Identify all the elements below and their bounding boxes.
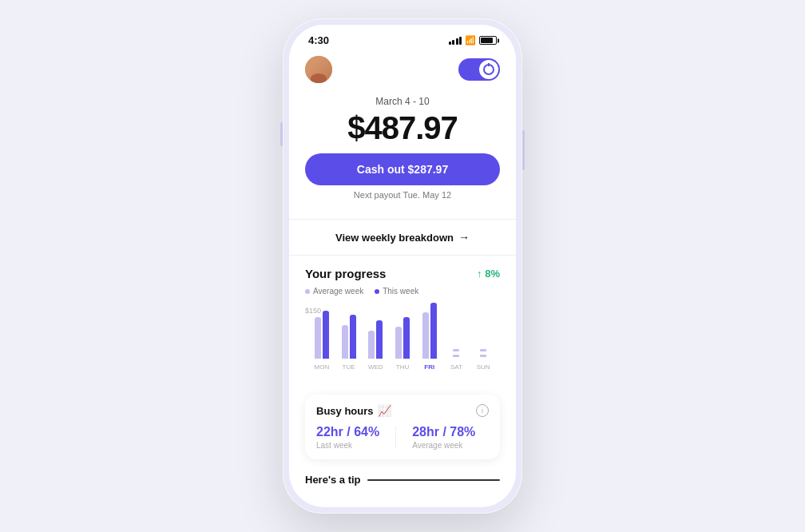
app-content: March 4 - 10 $487.97 Cash out $287.97 Ne… bbox=[289, 50, 516, 503]
date-range: March 4 - 10 bbox=[305, 96, 500, 107]
avg-week-stat: 28hr / 78% Average week bbox=[412, 425, 475, 450]
tip-section: Here's a tip bbox=[305, 467, 500, 492]
bar-group-mon: MON bbox=[308, 311, 335, 371]
earnings-amount: $487.97 bbox=[305, 110, 500, 145]
tip-title: Here's a tip bbox=[305, 474, 361, 486]
power-button bbox=[522, 130, 525, 170]
signal-icon bbox=[449, 37, 462, 45]
bar-avg bbox=[395, 327, 402, 359]
bar-dot-this bbox=[453, 355, 459, 357]
bar-avg bbox=[368, 331, 375, 359]
view-weekly-breakdown[interactable]: View weekly breakdown → bbox=[305, 220, 500, 255]
wifi-icon: 📶 bbox=[465, 35, 476, 46]
toggle-switch[interactable] bbox=[458, 58, 500, 81]
bar-day-label: SAT bbox=[450, 363, 462, 371]
phone-frame: 4:30 📶 bbox=[283, 18, 522, 514]
legend-avg: Average week bbox=[305, 287, 363, 296]
avatar-image bbox=[305, 56, 332, 83]
stat-divider bbox=[395, 427, 396, 448]
info-icon[interactable]: i bbox=[476, 404, 489, 417]
bar-this bbox=[403, 317, 410, 359]
bar-this bbox=[376, 320, 383, 359]
last-week-value: 22hr / 64% bbox=[316, 425, 379, 439]
header-row bbox=[305, 50, 500, 93]
y-axis-label: $150 bbox=[305, 307, 321, 315]
busy-hours-header: Busy hours 📈 i bbox=[316, 404, 489, 417]
busy-hours-card: Busy hours 📈 i 22hr / 64% Last week 28hr… bbox=[305, 395, 500, 459]
avg-week-label: Average week bbox=[412, 441, 475, 450]
bar-pair bbox=[315, 311, 329, 359]
bar-day-label: FRI bbox=[424, 363, 434, 371]
tip-header: Here's a tip bbox=[305, 474, 500, 486]
bar-group-fri: FRI bbox=[416, 303, 443, 371]
volume-button bbox=[280, 122, 283, 146]
bar-day-label: TUE bbox=[343, 363, 355, 371]
bar-chart: $150 MONTUEWEDTHUFRISATSUN bbox=[305, 307, 500, 387]
bar-pair bbox=[395, 317, 410, 359]
bar-this bbox=[323, 311, 329, 359]
arrow-right-icon: → bbox=[458, 231, 470, 244]
bar-pair bbox=[342, 315, 356, 359]
progress-header: Your progress ↑ 8% bbox=[305, 267, 500, 280]
bar-dot-avg bbox=[480, 349, 486, 351]
bar-dot-this bbox=[480, 355, 486, 357]
bar-avg bbox=[422, 312, 429, 359]
toggle-knob bbox=[479, 60, 498, 79]
busy-hours-stats: 22hr / 64% Last week 28hr / 78% Average … bbox=[316, 425, 489, 450]
trend-icon: 📈 bbox=[378, 404, 391, 417]
view-weekly-label: View weekly breakdown bbox=[335, 232, 454, 244]
avatar[interactable] bbox=[305, 56, 332, 83]
bar-group-sat: SAT bbox=[443, 349, 470, 371]
progress-title: Your progress bbox=[305, 267, 386, 280]
tip-line bbox=[367, 479, 500, 481]
battery-icon bbox=[479, 36, 497, 45]
bar-pair bbox=[368, 320, 383, 359]
bar-this bbox=[430, 303, 437, 359]
this-dot bbox=[375, 289, 379, 294]
phone-screen: 4:30 📶 bbox=[289, 25, 516, 507]
bar-day-label: MON bbox=[315, 363, 330, 371]
chart-bars-container: MONTUEWEDTHUFRISATSUN bbox=[305, 307, 500, 371]
bar-day-label: THU bbox=[396, 363, 409, 371]
next-payout: Next payout Tue. May 12 bbox=[305, 190, 500, 200]
bar-this bbox=[350, 315, 356, 359]
bar-group-wed: WED bbox=[362, 320, 389, 371]
legend-avg-label: Average week bbox=[313, 287, 363, 296]
info-symbol: i bbox=[482, 407, 483, 415]
avg-week-value: 28hr / 78% bbox=[412, 425, 475, 439]
bar-avg bbox=[342, 325, 348, 359]
earnings-section: March 4 - 10 $487.97 Cash out $287.97 Ne… bbox=[305, 93, 500, 219]
bar-dot-avg bbox=[453, 349, 459, 351]
busy-hours-label: Busy hours bbox=[316, 405, 374, 417]
status-icons: 📶 bbox=[449, 35, 498, 46]
bar-day-label: SUN bbox=[477, 363, 490, 371]
chart-legend: Average week This week bbox=[305, 287, 500, 296]
busy-hours-title: Busy hours 📈 bbox=[316, 404, 391, 417]
bar-day-label: WED bbox=[368, 363, 383, 371]
progress-percent: ↑ 8% bbox=[477, 268, 500, 280]
bar-pair bbox=[422, 303, 437, 359]
legend-this: This week bbox=[375, 287, 418, 296]
status-time: 4:30 bbox=[308, 34, 329, 46]
legend-this-label: This week bbox=[383, 287, 418, 296]
driver-mode-toggle[interactable] bbox=[458, 58, 500, 81]
steering-wheel-icon bbox=[483, 64, 494, 75]
bar-avg bbox=[315, 317, 321, 359]
avg-dot bbox=[305, 289, 310, 294]
cashout-button[interactable]: Cash out $287.97 bbox=[305, 153, 500, 185]
progress-section: Your progress ↑ 8% Average week This wee… bbox=[305, 256, 500, 387]
bar-group-tue: TUE bbox=[335, 315, 363, 371]
status-bar: 4:30 📶 bbox=[289, 25, 516, 50]
last-week-stat: 22hr / 64% Last week bbox=[316, 425, 379, 450]
bar-group-thu: THU bbox=[389, 317, 416, 371]
bar-group-sun: SUN bbox=[470, 349, 497, 371]
last-week-label: Last week bbox=[316, 441, 379, 450]
